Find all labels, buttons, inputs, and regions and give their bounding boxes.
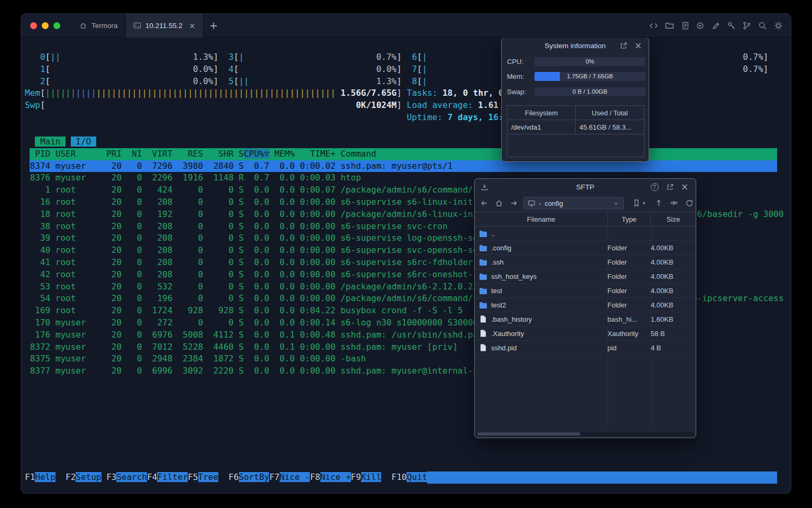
process-row-8376[interactable]: 8376 myuser 20 0 2296 1916 1148 R 0.7 0.…	[25, 172, 361, 184]
help-icon[interactable]: ?	[650, 183, 659, 191]
close-icon[interactable]: ×	[634, 41, 642, 50]
edit-icon[interactable]	[712, 21, 721, 30]
folder-icon	[479, 244, 487, 251]
back-icon[interactable]	[480, 199, 488, 207]
filesystem-table: Filesystem Used / Total /dev/vda1 45.61G…	[507, 105, 644, 157]
file-name: sshd.pid	[491, 344, 516, 352]
file-row[interactable]: sshd.pidpid4 B	[475, 341, 696, 355]
fs-name: /dev/vda1	[508, 120, 576, 134]
file-list: ...configFolder4.00KB.sshFolder4.00KBssh…	[475, 226, 696, 355]
process-row-38[interactable]: 38 root 20 0 208 0 0 S 0.0 0.0 0:00.00 s…	[25, 221, 448, 233]
htop-view-tabs[interactable]: Main I/O	[25, 136, 96, 148]
close-icon[interactable]: ×	[680, 183, 689, 191]
log-icon[interactable]	[681, 21, 690, 30]
process-row-8375[interactable]: 8375 myuser 20 0 2948 2384 1872 S 0.0 0.…	[25, 353, 366, 365]
fs-col-used-total[interactable]: Used / Total	[576, 106, 644, 120]
chevron-down-icon	[613, 200, 620, 207]
bookmark-icon[interactable]	[632, 199, 641, 207]
process-row-40[interactable]: 40 root 20 0 208 0 0 S 0.0 0.0 0:00.00 s…	[25, 244, 499, 257]
column-size[interactable]: Size	[651, 212, 696, 226]
cpu-meter-row: 2[ 0.0%] 5[|| 1.3%] 8[|	[25, 76, 427, 88]
terminal-icon	[133, 22, 141, 30]
swap-label: Swap:	[507, 87, 526, 96]
process-row-41[interactable]: 41 root 20 0 208 0 0 S 0.0 0.0 0:00.00 s…	[25, 257, 473, 269]
filesystem-row[interactable]: /dev/vda1 45.61GB / 58.3...	[508, 120, 644, 134]
close-window-button[interactable]	[30, 22, 37, 29]
process-row-8377[interactable]: 8377 myuser 20 0 6996 3092 2220 S 0.0 0.…	[25, 365, 493, 377]
swap-progress-bar: 0 B / 1.00GB	[534, 87, 645, 96]
process-row-8374[interactable]: 8374 myuser 20 0 7296 3980 2840 S 0.7 0.…	[25, 160, 453, 173]
file-row[interactable]: .XauthorityXauthority58 B	[475, 326, 696, 341]
show-hidden-eye-icon[interactable]	[670, 199, 678, 207]
file-size: 58 B	[647, 330, 696, 338]
file-size: 4.00KB	[647, 287, 696, 295]
path-breadcrumb[interactable]: › config	[523, 197, 624, 210]
system-information-panel: System information × CPU: 0% Mem: 1.75GB…	[501, 37, 649, 162]
mem-label: Mem:	[507, 72, 524, 81]
tab-10-211-55-2[interactable]: 10.211.55.2 ×	[125, 14, 204, 38]
computer-icon	[528, 199, 536, 207]
scrollbar-thumb[interactable]	[477, 432, 580, 436]
process-table-header[interactable]: PID USER PRI NI VIRT RES SHR SCPU%▽ MEM%…	[25, 148, 376, 160]
file-icon	[479, 330, 487, 337]
open-in-new-icon[interactable]	[619, 41, 628, 50]
file-row[interactable]: ssh_host_keysFolder4.00KB	[475, 269, 696, 284]
file-row[interactable]: test2Folder4.00KB	[475, 298, 696, 312]
folder-icon	[479, 287, 487, 294]
file-name: test2	[491, 301, 506, 309]
file-row[interactable]: .sshFolder4.00KB	[475, 255, 696, 269]
file-row[interactable]: .configFolder4.00KB	[475, 241, 696, 255]
cpu-meter-row: 1[ 0.0%] 4[ 0.0%] 7[| 0.7%]	[25, 64, 768, 76]
folder-icon[interactable]	[665, 21, 674, 30]
code-icon[interactable]	[649, 21, 658, 30]
process-row-42[interactable]: 42 root 20 0 208 0 0 S 0.0 0.0 0:00.00 s…	[25, 269, 503, 281]
branch-icon[interactable]	[742, 21, 751, 30]
file-icon	[479, 315, 487, 323]
record-icon[interactable]	[696, 21, 705, 30]
column-filename[interactable]: Filename	[475, 212, 607, 226]
uptime-line: Uptime: 7 days, 16:28:04	[25, 112, 529, 124]
file-type: pid	[603, 344, 647, 352]
cpu-bar-text: 0%	[534, 57, 645, 66]
refresh-icon[interactable]	[685, 199, 694, 207]
file-row[interactable]: testFolder4.00KB	[475, 284, 696, 298]
fs-used-total: 45.61GB / 58.3...	[576, 120, 644, 134]
file-size: 4.00KB	[647, 258, 696, 266]
function-key-bar[interactable]: F1Help F2Setup F3SearchF4FilterF5Tree F6…	[25, 471, 437, 484]
cpu-label: CPU:	[507, 57, 523, 66]
settings-icon[interactable]	[774, 21, 783, 30]
zoom-window-button[interactable]	[53, 22, 60, 29]
key-icon[interactable]	[727, 21, 736, 30]
upload-icon[interactable]: ↑	[654, 199, 663, 207]
file-name: .bash_history	[491, 315, 532, 323]
horizontal-scrollbar[interactable]	[476, 432, 694, 436]
new-tab-button[interactable]: +	[207, 19, 220, 32]
fs-col-filesystem[interactable]: Filesystem	[508, 106, 576, 120]
minimize-window-button[interactable]	[42, 22, 49, 29]
folder-icon	[479, 273, 487, 280]
file-type: Folder	[603, 258, 647, 266]
tab-close-icon[interactable]: ×	[189, 21, 196, 31]
forward-icon[interactable]	[510, 199, 518, 207]
process-row-16[interactable]: 16 root 20 0 208 0 0 S 0.0 0.0 0:00.00 s…	[25, 196, 524, 208]
file-row[interactable]: ..	[475, 226, 696, 241]
home-icon[interactable]	[495, 199, 503, 207]
process-row-39[interactable]: 39 root 20 0 208 0 0 S 0.0 0.0 0:00.00 s…	[25, 232, 499, 244]
file-size: 4.00KB	[647, 244, 696, 252]
bookmark-caret-icon[interactable]: ▾	[641, 199, 647, 207]
cpu-progress-bar: 0%	[534, 57, 645, 66]
file-name: ssh_host_keys	[491, 273, 537, 280]
file-table-header: Filename Type Size	[475, 212, 696, 226]
swap-usage-row: Swap: 0 B / 1.00GB	[507, 87, 645, 96]
process-row-8372[interactable]: 8372 myuser 20 0 7012 5228 4460 S 0.0 0.…	[25, 341, 458, 353]
file-name: .Xauthority	[491, 330, 524, 338]
tab-termora[interactable]: Termora	[72, 14, 125, 38]
file-row[interactable]: .bash_historybash_hi...1.60KB	[475, 312, 696, 326]
app-window: 0[|| 1.3%] 3[| 0.7%] 6[| 0.7%] 1[ 0.0%] …	[21, 14, 791, 493]
open-in-new-icon[interactable]	[666, 183, 674, 191]
process-row-169[interactable]: 169 root 20 0 1724 928 928 S 0.0 0.0 0:0…	[25, 305, 463, 317]
search-icon[interactable]	[758, 21, 767, 30]
column-type[interactable]: Type	[607, 212, 651, 226]
file-name: test	[491, 287, 502, 295]
file-name: .config	[491, 244, 511, 252]
